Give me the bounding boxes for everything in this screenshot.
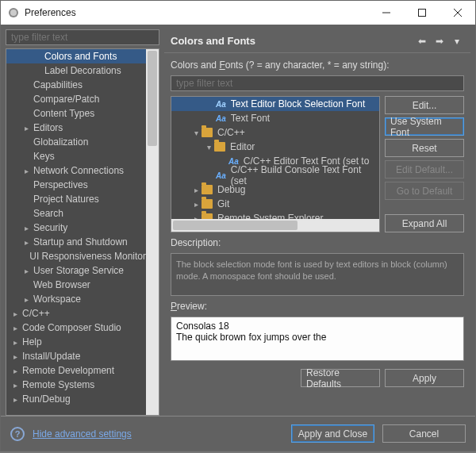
sidebar-tree[interactable]: Colors and FontsLabel DecorationsCapabil… (6, 48, 159, 416)
sidebar-item[interactable]: Startup and Shutdown (6, 235, 159, 249)
font-tree-item[interactable]: Editor (171, 140, 379, 154)
chevron-icon[interactable] (21, 295, 32, 304)
sidebar-filter-input[interactable] (6, 29, 159, 45)
minimize-button[interactable] (368, 1, 404, 25)
sidebar-item[interactable]: Remote Systems (6, 378, 159, 392)
sidebar-item[interactable]: Colors and Fonts (6, 49, 159, 63)
svg-point-1 (10, 10, 17, 16)
forward-icon[interactable]: ➡ (432, 34, 447, 48)
sidebar-item[interactable]: Content Types (6, 106, 159, 121)
sidebar-item-label: C/C++ (21, 308, 50, 319)
chevron-icon[interactable] (10, 352, 21, 361)
reset-button[interactable]: Reset (385, 139, 464, 157)
chevron-icon[interactable] (10, 338, 21, 347)
sidebar-item[interactable]: Code Composer Studio (6, 321, 159, 335)
page-title: Colors and Fonts (171, 35, 412, 47)
sidebar-item[interactable]: User Storage Service (6, 263, 159, 278)
font-filter-input[interactable] (171, 75, 464, 91)
chevron-icon[interactable] (21, 167, 32, 175)
preferences-window: Preferences Colors and FontsLabel Decora… (0, 0, 476, 451)
close-button[interactable] (440, 1, 475, 25)
font-tree[interactable]: AaText Editor Block Selection FontAaText… (171, 96, 380, 232)
sidebar-item[interactable]: Editors (6, 121, 159, 135)
folder-icon (214, 142, 225, 152)
help-icon[interactable]: ? (10, 427, 25, 441)
sidebar-item-label: Security (32, 222, 67, 233)
chevron-icon[interactable] (10, 324, 21, 332)
sidebar-item-label: Remote Development (21, 365, 114, 376)
font-tree-item[interactable]: Git (171, 197, 379, 211)
font-tree-label: Text Font (229, 113, 270, 124)
restore-defaults-button[interactable]: Restore Defaults (301, 369, 380, 387)
sidebar-item-label: Workspace (32, 294, 81, 305)
sidebar-item-label: Keys (32, 151, 55, 162)
hide-advanced-link[interactable]: Hide advanced settings (33, 428, 132, 440)
chevron-icon[interactable] (190, 129, 202, 137)
content-body: Colors and Fonts (? = any character, * =… (164, 53, 470, 416)
sidebar-item[interactable]: Keys (6, 149, 159, 163)
sidebar-item[interactable]: Security (6, 221, 159, 235)
cancel-button[interactable]: Cancel (382, 424, 466, 443)
chevron-icon[interactable] (10, 395, 21, 404)
sidebar-item-label: Colors and Fonts (43, 51, 117, 62)
sidebar-item[interactable]: Capabilities (6, 78, 159, 92)
edit-button[interactable]: Edit... (385, 96, 464, 114)
use-system-font-button[interactable]: Use System Font (385, 117, 464, 136)
sidebar-item[interactable]: Help (6, 335, 159, 349)
content-header: Colors and Fonts ⬅ ➡ ▾ (164, 29, 470, 53)
sidebar-item[interactable]: Run/Debug (6, 392, 159, 406)
font-tree-item[interactable]: Remote System Explorer (171, 211, 379, 219)
sidebar-item[interactable]: Label Decorations (6, 63, 159, 78)
font-tree-item[interactable]: AaText Font (171, 111, 379, 125)
sidebar-scrollbar[interactable] (146, 49, 159, 415)
chevron-icon[interactable] (190, 200, 202, 209)
sidebar-item[interactable]: Globalization (6, 135, 159, 149)
font-tree-item[interactable]: AaC/C++ Build Console Text Font (set (171, 168, 379, 182)
sidebar-item-label: Code Composer Studio (21, 322, 121, 333)
font-tree-label: Debug (216, 184, 245, 195)
chevron-icon[interactable] (21, 124, 32, 132)
sidebar-item[interactable]: Install/Update (6, 349, 159, 363)
main-area: Colors and FontsLabel DecorationsCapabil… (1, 25, 475, 416)
sidebar-item[interactable]: Remote Development (6, 363, 159, 378)
chevron-icon[interactable] (21, 224, 32, 232)
maximize-button[interactable] (404, 1, 440, 25)
sidebar-item[interactable]: C/C++ (6, 306, 159, 321)
chevron-icon[interactable] (10, 309, 21, 318)
font-tree-label: C/C++ (216, 127, 245, 138)
apply-and-close-button[interactable]: Apply and Close (291, 424, 374, 443)
sidebar-item-label: Editors (32, 122, 63, 133)
font-tree-hscroll[interactable] (171, 219, 379, 232)
preview-line-2: The quick brown fox jumps over the (176, 332, 459, 343)
sidebar-item[interactable]: Project Natures (6, 192, 159, 206)
chevron-icon[interactable] (10, 381, 21, 390)
sidebar-item-label: UI Responsiveness Monitoring (28, 251, 159, 262)
sidebar-item[interactable]: Workspace (6, 292, 159, 306)
font-icon: Aa (216, 171, 226, 180)
font-tree-item[interactable]: C/C++ (171, 125, 379, 140)
apply-button[interactable]: Apply (385, 369, 464, 387)
sidebar-item[interactable]: Search (6, 206, 159, 221)
sidebar-item[interactable]: Web Browser (6, 278, 159, 292)
sidebar-item-label: Run/Debug (21, 393, 71, 405)
font-tree-item[interactable]: AaText Editor Block Selection Font (171, 97, 379, 111)
chevron-icon[interactable] (21, 267, 32, 275)
sidebar-item-label: Label Decorations (43, 65, 121, 76)
sidebar-item-label: Compare/Patch (32, 94, 99, 105)
chevron-icon[interactable] (203, 143, 214, 152)
preview-label: Preview: (171, 301, 464, 312)
app-icon (7, 6, 20, 19)
expand-all-button[interactable]: Expand All (385, 214, 464, 232)
menu-icon[interactable]: ▾ (450, 34, 464, 48)
edit-default-button: Edit Default... (385, 160, 464, 179)
chevron-icon[interactable] (190, 186, 202, 194)
sidebar-item[interactable]: UI Responsiveness Monitoring (6, 249, 159, 263)
back-icon[interactable]: ⬅ (415, 34, 429, 48)
chevron-icon[interactable] (10, 367, 21, 375)
sidebar-item[interactable]: Network Connections (6, 163, 159, 178)
chevron-icon[interactable] (21, 238, 32, 247)
sidebar-item[interactable]: Perspectives (6, 178, 159, 192)
sidebar-item[interactable]: Compare/Patch (6, 92, 159, 106)
folder-icon (202, 213, 213, 219)
sidebar-item-label: Search (32, 208, 63, 219)
